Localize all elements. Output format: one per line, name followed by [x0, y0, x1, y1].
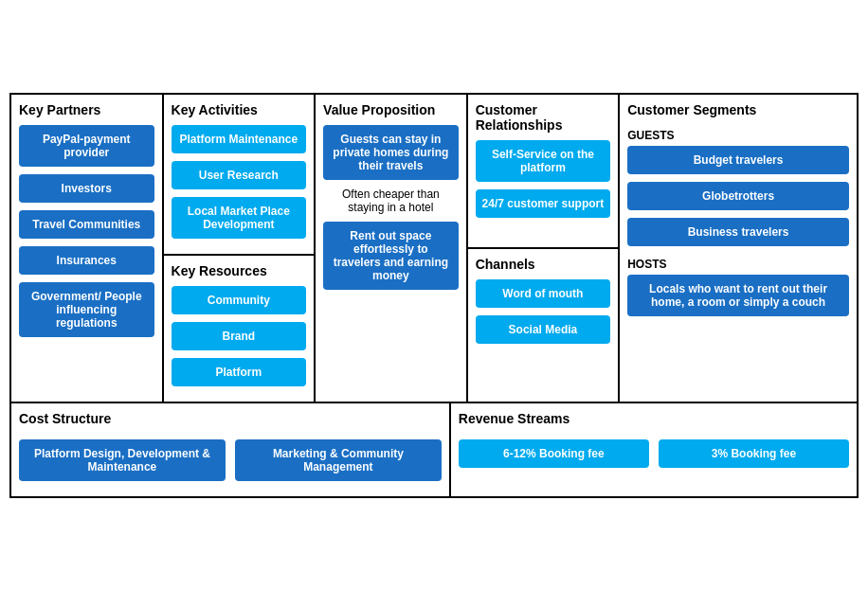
- channels-section: Channels Word of mouth Social Media: [468, 249, 619, 402]
- value-prop-item-2: Rent out space effortlessly to travelers…: [323, 222, 459, 290]
- cost-item-0: Platform Design, Development & Maintenan…: [19, 439, 226, 481]
- revenue-item-0: 6-12% Booking fee: [459, 439, 649, 468]
- key-partners-item-0: PayPal-payment provider: [19, 125, 154, 167]
- cost-item-1: Marketing & Community Management: [235, 439, 442, 481]
- guest-item-0: Budget travelers: [627, 146, 849, 174]
- key-activities-section: Key Activities Platform Maintenance User…: [164, 95, 315, 256]
- key-partners-item-4: Government/ People influencing regulatio…: [19, 282, 154, 337]
- key-activities-title: Key Activities: [172, 102, 307, 117]
- key-activities-item-0: Platform Maintenance: [172, 125, 307, 153]
- key-activities-resources-column: Key Activities Platform Maintenance User…: [164, 95, 316, 402]
- key-partners-column: Key Partners PayPal-payment provider Inv…: [11, 95, 164, 402]
- guest-item-1: Globetrotters: [627, 182, 849, 210]
- key-resources-item-0: Community: [172, 286, 307, 314]
- customer-relationships-section: Customer Relationships Self-Service on t…: [468, 95, 619, 249]
- customer-rel-channels-column: Customer Relationships Self-Service on t…: [468, 95, 621, 402]
- value-prop-item-0: Guests can stay in private homes during …: [323, 125, 459, 180]
- value-proposition-title: Value Proposition: [323, 102, 459, 117]
- cost-structure-column: Cost Structure Platform Design, Developm…: [11, 403, 451, 496]
- customer-relationships-title: Customer Relationships: [476, 102, 611, 133]
- key-activities-item-2: Local Market Place Development: [172, 197, 307, 239]
- key-partners-item-2: Travel Communities: [19, 210, 154, 239]
- key-resources-item-2: Platform: [172, 358, 307, 386]
- key-resources-item-1: Brand: [172, 322, 307, 350]
- channels-item-0: Word of mouth: [476, 279, 611, 308]
- cost-structure-title: Cost Structure: [19, 411, 442, 426]
- channels-item-1: Social Media: [476, 315, 611, 344]
- revenue-streams-title: Revenue Streams: [459, 411, 849, 426]
- value-prop-item-1: Often cheaper than staying in a hotel: [323, 188, 459, 214]
- customer-rel-item-0: Self-Service on the platform: [476, 140, 611, 182]
- key-partners-title: Key Partners: [19, 102, 154, 117]
- customer-segments-title: Customer Segments: [627, 102, 849, 117]
- key-partners-item-1: Investors: [19, 174, 154, 203]
- cost-items-container: Platform Design, Development & Maintenan…: [19, 439, 442, 489]
- hosts-label: HOSTS: [627, 258, 849, 271]
- business-model-canvas: Key Partners PayPal-payment provider Inv…: [9, 93, 859, 498]
- key-partners-item-3: Insurances: [19, 246, 154, 275]
- customer-segments-column: Customer Segments GUESTS Budget traveler…: [620, 95, 857, 402]
- channels-title: Channels: [476, 257, 611, 272]
- revenue-items-container: 6-12% Booking fee 3% Booking fee: [459, 439, 849, 475]
- key-resources-title: Key Resources: [172, 263, 307, 278]
- key-resources-section: Key Resources Community Brand Platform: [164, 256, 315, 402]
- host-item-0: Locals who want to rent out their home, …: [627, 275, 849, 316]
- revenue-streams-column: Revenue Streams 6-12% Booking fee 3% Boo…: [451, 403, 857, 496]
- guest-item-2: Business travelers: [627, 218, 849, 246]
- customer-rel-item-1: 24/7 customer support: [476, 189, 611, 218]
- value-proposition-column: Value Proposition Guests can stay in pri…: [316, 95, 468, 402]
- key-activities-item-1: User Research: [172, 161, 307, 189]
- revenue-item-1: 3% Booking fee: [659, 439, 849, 468]
- guests-label: GUESTS: [627, 129, 849, 142]
